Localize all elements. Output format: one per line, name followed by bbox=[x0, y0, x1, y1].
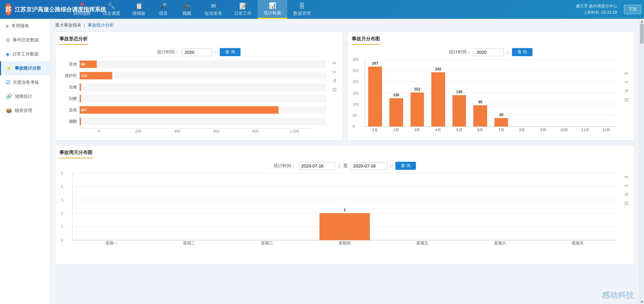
h-bar-chart: 其他 69 撞护栏 132 自燃 刮擦 3 追尾 807 bbox=[59, 60, 338, 133]
nav-item-4[interactable]: 📹视频 bbox=[175, 0, 199, 19]
hbar-value-4: 807 bbox=[81, 108, 87, 112]
hbar-label-4: 追尾 bbox=[59, 107, 77, 113]
nav-label-7: 统计检索 bbox=[264, 10, 281, 16]
form-reset-icon[interactable]: ↺ bbox=[331, 77, 338, 84]
scroll-down-arrow[interactable]: ▼ bbox=[640, 299, 644, 304]
month-bar-1: 126 bbox=[389, 98, 403, 126]
week-reset-icon[interactable]: ↺ bbox=[623, 191, 630, 198]
month-y-label-5: 250 bbox=[353, 69, 359, 73]
nav-icon-5: ✉ bbox=[211, 2, 216, 10]
hbar-value-1: 132 bbox=[81, 74, 87, 78]
month-x-label-0: 1月 bbox=[372, 127, 378, 132]
scroll-thumb[interactable] bbox=[640, 24, 644, 44]
week-date-end-input[interactable] bbox=[350, 162, 387, 170]
sidebar-item-0[interactable]: ≡常用报表 bbox=[0, 19, 50, 33]
nav-item-8[interactable]: 🗄数据管理 bbox=[287, 0, 317, 19]
main-layout: ≡常用报表⊙事件历史数据◈日常工作数据⚡事故统计分析☑月度业务考核🔗清障统计📦物… bbox=[0, 19, 644, 304]
nav-label-3: 语音 bbox=[159, 10, 168, 16]
week-calendar-start-icon[interactable]: □ bbox=[338, 163, 341, 168]
main-content: 重大事故报表 | 事故统计分析 事故形态分析 统计时间： □ 查 询 其他 69 bbox=[50, 19, 639, 304]
month-reset-icon[interactable]: ↺ bbox=[623, 87, 630, 94]
month-bar-2: 152 bbox=[411, 92, 424, 126]
month-year-input[interactable] bbox=[474, 48, 504, 56]
hbar-axis-label-4: 800 bbox=[236, 129, 275, 133]
nav-item-6[interactable]: 📝日常工作 bbox=[228, 0, 258, 19]
month-filter-row: 统计时间： □ 查 询 bbox=[352, 48, 631, 56]
week-chart-container: 012345星期一星期二星期三2星期四星期五星期六星期天 ✏ ✂ ↺ ⊡ bbox=[59, 173, 630, 260]
header: 苏 江苏京沪高速公路综合调度指挥系统 📍协同指挥🔧综合调度📋情报板🎤语音📹视频✉… bbox=[0, 0, 644, 19]
week-calendar-end-icon[interactable]: □ bbox=[390, 163, 393, 168]
month-chart-wrapper: 0501001502002503002671月1262月1523月2424月13… bbox=[352, 60, 631, 136]
breadcrumb-item-1[interactable]: 重大事故报表 bbox=[55, 22, 81, 28]
sidebar-item-2[interactable]: ◈日常工作数据 bbox=[0, 47, 50, 61]
month-edit-icon[interactable]: ✏ bbox=[623, 70, 630, 77]
nav-item-1[interactable]: 🔧综合调度 bbox=[97, 0, 126, 19]
month-col-1: 1262月 bbox=[386, 60, 407, 126]
sidebar-item-4[interactable]: ☑月度业务考核 bbox=[0, 75, 50, 89]
week-edit-icon[interactable]: ✏ bbox=[623, 173, 630, 181]
week-x-label-4: 星期五 bbox=[416, 240, 428, 246]
month-col-7: 8月 bbox=[512, 60, 533, 126]
hbar-fill-2 bbox=[80, 83, 81, 91]
app-logo: 苏 江苏京沪高速公路综合调度指挥系统 bbox=[0, 3, 67, 15]
nav-icon-7: 📊 bbox=[269, 2, 276, 9]
week-query-button[interactable]: 查 询 bbox=[395, 162, 416, 170]
month-delete-icon[interactable]: ✂ bbox=[623, 78, 630, 86]
form-delete-icon[interactable]: ✂ bbox=[331, 68, 338, 76]
week-col-2: 星期三 bbox=[228, 173, 306, 240]
form-query-button[interactable]: 查 询 bbox=[220, 48, 241, 56]
month-col-2: 1523月 bbox=[407, 60, 428, 126]
hbar-row: 刮擦 3 bbox=[59, 94, 326, 103]
sidebar-item-3[interactable]: ⚡事故统计分析 bbox=[0, 61, 50, 75]
month-filter-label: 统计时间： bbox=[449, 49, 471, 55]
sidebar-item-6[interactable]: 📦物资管理 bbox=[0, 104, 50, 118]
month-export-icon[interactable]: ⊡ bbox=[623, 96, 630, 103]
nav-icon-3: 🎤 bbox=[160, 2, 167, 10]
month-y-label-3: 150 bbox=[353, 91, 359, 95]
nav-item-0[interactable]: 📍协同指挥 bbox=[67, 0, 97, 19]
nav-item-7[interactable]: 📊统计检索 bbox=[258, 0, 287, 19]
week-y-label-3: 3 bbox=[61, 198, 63, 202]
sidebar-label-2: 日常工作数据 bbox=[12, 51, 39, 57]
logout-button[interactable]: 下班 bbox=[624, 5, 641, 14]
breadcrumb-item-2: 事故统计分析 bbox=[88, 22, 114, 28]
month-col-10: 11月 bbox=[575, 60, 596, 126]
hbar-track-2 bbox=[80, 83, 326, 91]
week-col-6: 星期天 bbox=[539, 173, 617, 240]
sidebar-icon-2: ◈ bbox=[6, 51, 10, 57]
nav-icon-2: 📋 bbox=[135, 2, 143, 10]
month-chart-actions: ✏ ✂ ↺ ⊡ bbox=[623, 70, 630, 103]
hbar-track-4: 807 bbox=[80, 106, 326, 114]
month-x-label-2: 3月 bbox=[414, 127, 420, 132]
hbar-row: 追尾 807 bbox=[59, 105, 326, 115]
nav-icon-6: 📝 bbox=[239, 2, 247, 10]
nav-item-2[interactable]: 📋情报板 bbox=[126, 0, 152, 19]
week-filter-label: 统计时间： bbox=[274, 163, 296, 169]
chart-row-1: 事故形态分析 统计时间： □ 查 询 其他 69 撞护栏 132 自燃 bbox=[55, 32, 635, 141]
month-calendar-icon[interactable]: □ bbox=[507, 50, 509, 55]
form-panel-title: 事故形态分析 bbox=[59, 36, 88, 45]
month-query-button[interactable]: 查 询 bbox=[512, 48, 533, 56]
sidebar-item-1[interactable]: ⊙事件历史数据 bbox=[0, 33, 50, 47]
form-export-icon[interactable]: ⊡ bbox=[331, 86, 338, 93]
week-export-icon[interactable]: ⊡ bbox=[623, 199, 630, 207]
hbar-row: 自燃 bbox=[59, 82, 326, 92]
week-x-label-3: 星期四 bbox=[339, 240, 351, 246]
sidebar-label-6: 物资管理 bbox=[15, 108, 32, 114]
month-x-label-7: 8月 bbox=[519, 127, 525, 132]
week-date-start-input[interactable] bbox=[298, 162, 335, 170]
month-chart-panel: 事故月分布图 统计时间： □ 查 询 050100150200250300267… bbox=[347, 32, 635, 141]
form-year-input[interactable] bbox=[182, 48, 212, 56]
hbar-row: 撞护栏 132 bbox=[59, 71, 326, 80]
scroll-up-arrow[interactable]: ▲ bbox=[640, 19, 644, 24]
form-filter-row: 统计时间： □ 查 询 bbox=[59, 48, 338, 56]
week-date-sep: 至 bbox=[343, 163, 348, 169]
form-edit-icon[interactable]: ✏ bbox=[331, 60, 338, 67]
week-panel-title: 事故周天分布图 bbox=[59, 150, 92, 158]
form-calendar-icon[interactable]: □ bbox=[215, 50, 217, 55]
nav-item-5[interactable]: ✉短信发布 bbox=[199, 0, 228, 19]
sidebar-item-5[interactable]: 🔗清障统计 bbox=[0, 89, 50, 104]
nav-item-3[interactable]: 🎤语音 bbox=[152, 0, 175, 19]
month-chart-container: 0501001502002503002671月1262月1523月2424月13… bbox=[352, 60, 631, 136]
week-delete-icon[interactable]: ✂ bbox=[623, 182, 630, 189]
